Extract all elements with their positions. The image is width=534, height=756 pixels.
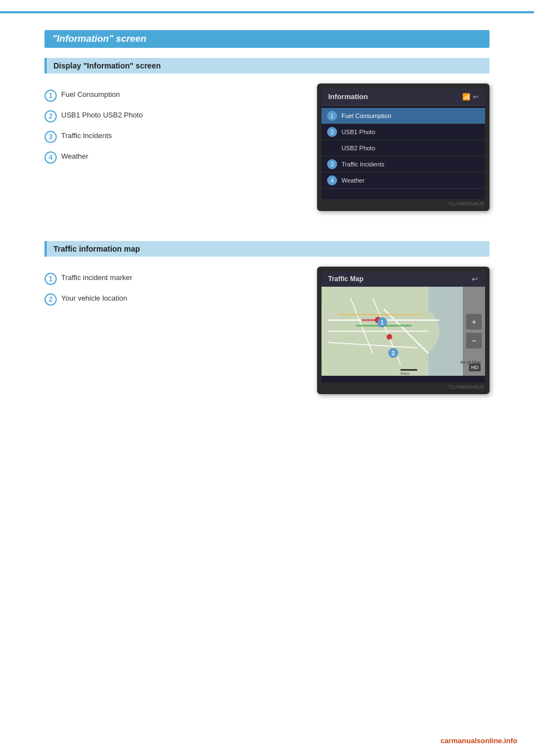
map-zoom-in-button[interactable]: + xyxy=(466,314,482,330)
traffic-screen-mockup: Traffic Map ↩ xyxy=(317,267,490,394)
svg-text:500mi: 500mi xyxy=(400,372,409,375)
traffic-map-title: Traffic Map xyxy=(328,275,363,283)
display-subsection-title: Display "Information" screen xyxy=(53,61,161,70)
map-hd-badge: HD xyxy=(469,364,481,371)
display-section-layout: 1 Fuel Consumption 2 USB1 Photo USB2 Pho… xyxy=(44,84,490,211)
number-circle-3: 3 xyxy=(44,131,57,143)
information-menu: 1 Fuel Consumption 2 USB1 Photo USB2 Ph xyxy=(322,106,485,191)
display-item-2-text: USB1 Photo USB2 Photo xyxy=(61,110,143,121)
menu-item-usb1[interactable]: 2 USB1 Photo xyxy=(322,124,485,140)
section-gap xyxy=(44,228,490,241)
top-line xyxy=(0,11,534,13)
information-icons: 📶 ↩ xyxy=(462,93,478,101)
main-section-title: "Information" screen xyxy=(52,33,146,44)
traffic-number-circle-1: 1 xyxy=(44,273,57,285)
svg-point-11 xyxy=(387,334,392,340)
traffic-marker-1: 1 xyxy=(377,317,387,327)
page-container: "Information" screen Display "Informatio… xyxy=(0,0,534,756)
number-circle-4: 4 xyxy=(44,151,57,164)
information-screen-inner: Information 📶 ↩ 1 Fuel Consumption xyxy=(322,88,485,199)
display-item-1-text: Fuel Consumption xyxy=(61,89,120,100)
traffic-marker-2: 2 xyxy=(388,348,398,358)
menu-item-fuel[interactable]: 1 Fuel Consumption xyxy=(322,108,485,124)
information-header: Information 📶 ↩ xyxy=(322,88,485,106)
traffic-screen-caption: CLA5IBX040U5 xyxy=(322,384,485,390)
traffic-map-area: 500mi 1 2 xyxy=(322,287,485,376)
watermark-site-text: carmanualsonline.info xyxy=(441,737,517,745)
traffic-number-circle-2: 2 xyxy=(44,293,57,306)
display-item-2: 2 USB1 Photo USB2 Photo xyxy=(44,110,300,122)
traffic-item-2-text: Your vehicle location xyxy=(61,293,127,304)
traffic-section-layout: 1 Traffic incident marker 2 Your vehicle… xyxy=(44,267,490,394)
menu-num-4: 4 xyxy=(327,175,337,185)
number-circle-1: 1 xyxy=(44,90,57,102)
menu-num-2: 2 xyxy=(327,127,337,137)
traffic-item-1: 1 Traffic incident marker xyxy=(44,272,300,285)
display-item-3: 3 Traffic Incidents xyxy=(44,130,300,143)
traffic-item-1-text: Traffic incident marker xyxy=(61,272,132,283)
svg-rect-14 xyxy=(400,369,417,371)
traffic-items-column: 1 Traffic incident marker 2 Your vehicle… xyxy=(44,267,300,394)
display-items-column: 1 Fuel Consumption 2 USB1 Photo USB2 Pho… xyxy=(44,84,300,211)
traffic-screen: Traffic Map ↩ xyxy=(322,271,485,382)
information-title: Information xyxy=(328,92,368,101)
signal-icon: 📶 xyxy=(462,93,471,101)
menu-label-usb2: USB2 Photo xyxy=(342,145,375,151)
traffic-screen-column: Traffic Map ↩ xyxy=(317,267,490,394)
map-zoom-out-button[interactable]: − xyxy=(466,333,482,348)
menu-label-usb1: USB1 Photo xyxy=(342,129,375,135)
traffic-screen-inner: Traffic Map ↩ xyxy=(322,271,485,382)
information-screen-mockup: Information 📶 ↩ 1 Fuel Consumption xyxy=(317,84,490,211)
menu-num-3: 3 xyxy=(327,159,337,169)
display-item-4: 4 Weather xyxy=(44,151,300,164)
menu-label-fuel: Fuel Consumption xyxy=(342,112,391,119)
traffic-item-2: 2 Your vehicle location xyxy=(44,293,300,306)
back-icon: ↩ xyxy=(473,93,478,101)
main-section-header: "Information" screen xyxy=(44,30,490,48)
menu-item-usb2[interactable]: USB2 Photo xyxy=(322,140,485,156)
information-screen-caption: CLA5IBX048U5 xyxy=(322,201,485,207)
menu-label-weather: Weather xyxy=(342,177,364,184)
menu-num-1: 1 xyxy=(327,111,337,121)
display-subsection-header: Display "Information" screen xyxy=(44,58,490,73)
watermark: carmanualsonline.info xyxy=(441,737,517,745)
display-item-3-text: Traffic Incidents xyxy=(61,130,112,141)
number-circle-2: 2 xyxy=(44,110,57,122)
content-area: "Information" screen Display "Informatio… xyxy=(0,30,534,394)
display-item-1: 1 Fuel Consumption xyxy=(44,89,300,102)
menu-label-traffic: Traffic Incidents xyxy=(342,161,384,168)
traffic-subsection-header: Traffic information map xyxy=(44,241,490,257)
traffic-subsection-title: Traffic information map xyxy=(53,244,140,253)
menu-item-traffic[interactable]: 3 Traffic Incidents xyxy=(322,156,485,173)
information-screen-column: Information 📶 ↩ 1 Fuel Consumption xyxy=(317,84,490,211)
back-arrow-icon[interactable]: ↩ xyxy=(472,274,478,283)
information-screen: Information 📶 ↩ 1 Fuel Consumption xyxy=(322,88,485,199)
menu-item-weather[interactable]: 4 Weather xyxy=(322,173,485,189)
traffic-header: Traffic Map ↩ xyxy=(322,271,485,287)
display-item-4-text: Weather xyxy=(61,151,88,162)
